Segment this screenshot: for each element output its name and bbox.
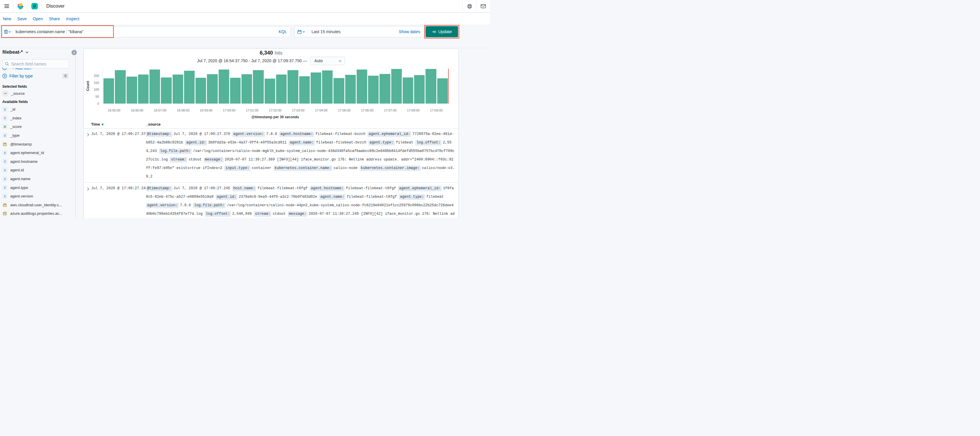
field-key: agent.version: [146,203,179,208]
field-name: agent.hostname [10,159,38,164]
field-key: agent.id: [216,194,238,200]
quick-select-date-button[interactable] [294,26,308,37]
y-tick-label: 150 [94,81,99,85]
nav-link-share[interactable]: Share [48,16,61,22]
histogram-bar [253,70,264,104]
field-name: agent.ephemeral_id [10,150,44,155]
mail-icon[interactable] [477,0,490,12]
field-item-@timestamp[interactable]: @timestamp [2,140,73,149]
field-item-_index[interactable]: t_index [2,114,73,123]
expand-row-icon[interactable] [87,133,89,137]
field-item-agent.ephemeral_id[interactable]: tagent.ephemeral_id [2,149,73,157]
show-dates-button[interactable]: Show dates [399,29,420,34]
table-header: Time _source [84,122,458,128]
field-item-agent.id[interactable]: tagent.id [2,166,73,174]
date-range-text: Jul 7, 2020 @ 16:54:37.750 - Jul 7, 2020… [197,58,307,63]
nav-link-save[interactable]: Save [16,16,28,22]
histogram-bars[interactable] [103,69,448,104]
field-key: @timestamp: [146,131,172,137]
interval-select[interactable]: Auto [310,57,345,65]
field-search-box [2,59,69,69]
field-key: log.offset: [415,140,442,145]
field-item-_type[interactable]: t_type [2,131,73,140]
field-key: agent.name: [319,194,345,200]
query-input[interactable] [13,29,279,34]
row-source: @timestamp:Jul 7, 2020 @ 17:09:27.370age… [146,130,458,181]
field-key: message: [204,157,224,163]
field-name: _score [10,125,22,129]
field-key: stream: [170,157,187,163]
index-pattern-switcher[interactable]: filebeat-* [2,49,29,55]
y-tick-label: 100 [94,88,99,91]
update-button[interactable]: Update [426,26,458,37]
expand-row-icon[interactable] [87,187,89,192]
query-language-button[interactable]: KQL [279,29,290,34]
space-avatar[interactable]: D [31,3,38,10]
filter-by-type-button[interactable]: Filter by type 0 [2,73,68,79]
x-tick-label: 17:02:00 [269,109,282,112]
field-name: @timestamp [10,142,32,146]
field-value: filebeat-filebeat-t8fgf [347,195,397,199]
time-range-value[interactable]: Last 15 minutes [312,29,340,34]
histogram-bar [345,75,356,104]
chevron-down-icon [25,51,29,54]
field-item-_id[interactable]: t_id [2,105,73,114]
field-item-agent.version[interactable]: tagent.version [2,192,73,201]
menu-icon[interactable] [2,5,11,8]
field-value: filebeat-filebeat-t8fgf [346,186,396,190]
chevron-down-icon [8,30,11,33]
help-icon[interactable] [463,0,476,12]
selected-fields-heading: Selected fields [2,85,27,89]
field-key: kubernetes.container.image: [360,166,421,171]
time-column-header[interactable]: Time [91,122,104,126]
field-item-agent.name[interactable]: tagent.name [2,174,73,184]
field-item-_source[interactable]: </>_source [2,89,73,98]
string-type-icon: t [2,185,7,190]
number-type-icon: # [2,124,7,129]
string-type-icon: t [2,133,7,138]
string-type-icon: t [2,194,7,199]
nav-link-open[interactable]: Open [32,16,44,22]
histogram-bar [391,69,402,104]
field-name: agent.version [10,194,33,198]
nav-menu: NewSaveOpenShareInspect [0,13,490,25]
string-type-icon: t [2,107,7,112]
string-type-icon: t [2,176,7,181]
field-key: agent.type: [368,140,395,145]
y-tick-label: 200 [94,74,99,77]
histogram-bar [322,70,332,104]
query-strip: KQL Last 15 minutes Show dates [0,25,490,48]
field-value: stdout [188,158,202,162]
search-input[interactable] [11,62,61,66]
field-item-agent.type[interactable]: tagent.type [2,183,73,192]
nav-link-new[interactable]: New [2,16,12,22]
field-item-agent.hostname[interactable]: tagent.hostname [2,157,73,166]
field-value: 7.8.0 [266,132,277,136]
date-picker: Last 15 minutes Show dates [294,26,424,37]
collapse-sidebar-icon[interactable] [72,50,77,55]
available-fields-list: t_idt_index#_scoret_type@timestamptagent… [2,105,73,218]
update-label: Update [438,29,452,34]
field-name: agent.type [10,185,28,190]
field-value: filebeat-filebeat-bvzch [316,141,366,145]
filter-icon [2,73,7,78]
nav-link-inspect[interactable]: Inspect [65,16,81,22]
field-item-aws.cloudtrail.user_identity.s...[interactable]: aws.cloudtrail.user_identity.s... [2,201,73,209]
elastic-logo[interactable] [13,3,27,10]
chevron-down-icon [302,30,305,33]
histogram-bar [288,70,298,104]
field-item-_score[interactable]: #_score [2,122,73,131]
y-tick-label: 50 [95,95,99,98]
field-key: agent.hostname: [279,131,314,137]
field-value: Jul 7, 2020 @ 17:09:27.370 [173,132,230,136]
x-tick-label: 16:57:00 [154,109,167,112]
saved-query-menu-button[interactable] [3,26,13,37]
histogram-bar [426,69,436,104]
x-tick-label: 16:56:00 [131,109,143,112]
string-type-icon: t [2,116,7,121]
field-value: calico-node [334,166,358,170]
x-tick-label: 17:06:00 [361,109,374,112]
field-key: stream: [254,211,271,217]
field-item-azure.auditlogs.properties.ac...[interactable]: azure.auditlogs.properties.ac... [2,209,73,218]
kibana-discover-page: D Discover NewSaveOpenShareIns [0,0,490,218]
